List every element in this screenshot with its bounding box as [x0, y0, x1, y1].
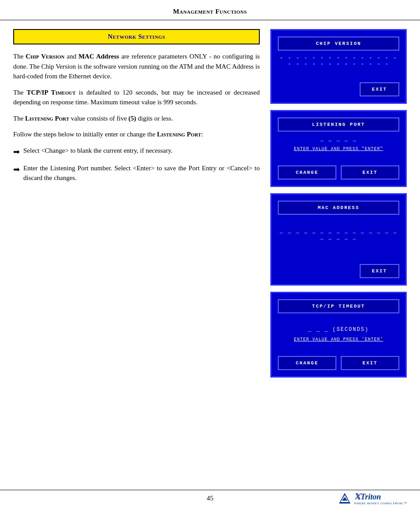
atm-panel-chip-version: CHIP VERSION - - - - - - - - - - - - - -…	[270, 29, 407, 104]
atm-panel-listening-port: LISTENING PORT _ _ _ _ _ ENTER VALUE AND…	[270, 110, 407, 187]
listening-port-value: _ _ _ _ _	[278, 135, 399, 143]
tcpip-timeout-btn-row: CHANGE EXIT	[278, 356, 399, 370]
left-column: Network Settings The Chip Version and MA…	[13, 29, 260, 378]
listening-port-change-button[interactable]: CHANGE	[278, 165, 336, 180]
triton-logo-text: 𝕏Triton	[354, 492, 381, 502]
chip-spacer	[278, 72, 399, 77]
bullet-text-2: Enter the Listening Port number. Select …	[23, 163, 260, 183]
mac-spacer1	[278, 218, 399, 224]
bullet-arrow-2: ➡	[13, 164, 20, 176]
page-header: Management Functions	[0, 0, 420, 20]
chip-version-exit-button[interactable]: EXIT	[360, 82, 399, 96]
tcpip-timeout-exit-button[interactable]: EXIT	[341, 356, 399, 370]
triton-tagline: WHERE MONEY COMES FROM.™	[354, 502, 407, 505]
listening-port-exit-button[interactable]: EXIT	[341, 165, 399, 180]
bullet-text-1: Select <Change> to blank the current ent…	[23, 146, 173, 156]
triton-logo-text-wrapper: 𝕏Triton WHERE MONEY COMES FROM.™	[354, 492, 407, 505]
mac-spacer3	[278, 253, 399, 259]
tcpip-timeout-term: TCP/IP Timeout	[27, 89, 76, 96]
listening-spacer	[278, 155, 399, 160]
listening-port-term: Listening Port	[25, 115, 69, 122]
triton-logo-icon	[338, 492, 352, 506]
paragraph-4: Follow the steps below to initially ente…	[13, 129, 260, 139]
listening-port-term-2: Listening Port	[157, 131, 201, 138]
bullet-list: ➡ Select <Change> to blank the current e…	[13, 146, 260, 183]
tcpip-timeout-button[interactable]: TCP/IP TIMEOUT	[278, 299, 399, 313]
paragraph-1: The Chip Version and MAC Address are ref…	[13, 51, 260, 81]
tcpip-spacer2	[278, 345, 399, 351]
mac-address-button[interactable]: MAC ADDRESS	[278, 201, 399, 215]
chip-version-dashes: - - - - - - - - - - - - - - - - - - - - …	[278, 54, 399, 68]
header-title: Management Functions	[173, 8, 247, 15]
mac-address-exit-button[interactable]: EXIT	[360, 264, 399, 278]
paragraph-2: The TCP/IP Timeout is defaulted to 120 s…	[13, 88, 260, 107]
mac-spacer2	[278, 245, 399, 250]
triton-logo: 𝕏Triton WHERE MONEY COMES FROM.™	[338, 492, 407, 506]
listening-port-btn-row: CHANGE EXIT	[278, 165, 399, 180]
list-item-1: ➡ Select <Change> to blank the current e…	[13, 146, 260, 158]
right-column: CHIP VERSION - - - - - - - - - - - - - -…	[270, 29, 407, 378]
section-title: Network Settings	[13, 29, 260, 44]
content-wrapper: Network Settings The Chip Version and MA…	[0, 20, 420, 386]
paragraph-3: The Listening Port value consists of fiv…	[13, 114, 260, 124]
listening-port-enter-text: ENTER VALUE AND PRESS "ENTER"	[278, 147, 399, 151]
tcpip-timeout-value: _ _ _ (SECONDS)	[278, 326, 399, 334]
page-footer: 45 𝕏Triton WHERE MONEY COMES FROM.™	[0, 490, 420, 502]
atm-panel-mac-address: MAC ADDRESS _ _ _ _ _ _ _ _ _ _ _ _ _ _ …	[270, 193, 407, 286]
chip-version-term: Chip Version	[26, 53, 64, 60]
listening-port-button[interactable]: LISTENING PORT	[278, 117, 399, 132]
tcpip-spacer1	[278, 317, 399, 322]
mac-address-value: _ _ _ _ _ _ _ _ _ _ _ _ _ _ _ _ _ _ _ _	[278, 227, 399, 241]
listening-port-term-3: Listening Port	[50, 165, 88, 172]
tcpip-timeout-enter-text: ENTER VALUE AND PRESS 'ENTER'	[278, 337, 399, 342]
chip-version-button[interactable]: CHIP VERSION	[278, 37, 399, 51]
bullet-arrow-1: ➡	[13, 146, 20, 158]
five-digit: (5)	[129, 115, 136, 122]
mac-address-term: MAC Address	[78, 53, 119, 60]
chip-version-btn-row: EXIT	[278, 82, 399, 96]
mac-address-btn-row: EXIT	[278, 264, 399, 278]
tcpip-timeout-change-button[interactable]: CHANGE	[278, 356, 336, 370]
atm-panel-tcpip-timeout: TCP/IP TIMEOUT _ _ _ (SECONDS) ENTER VAL…	[270, 292, 407, 378]
list-item-2: ➡ Enter the Listening Port number. Selec…	[13, 163, 260, 183]
